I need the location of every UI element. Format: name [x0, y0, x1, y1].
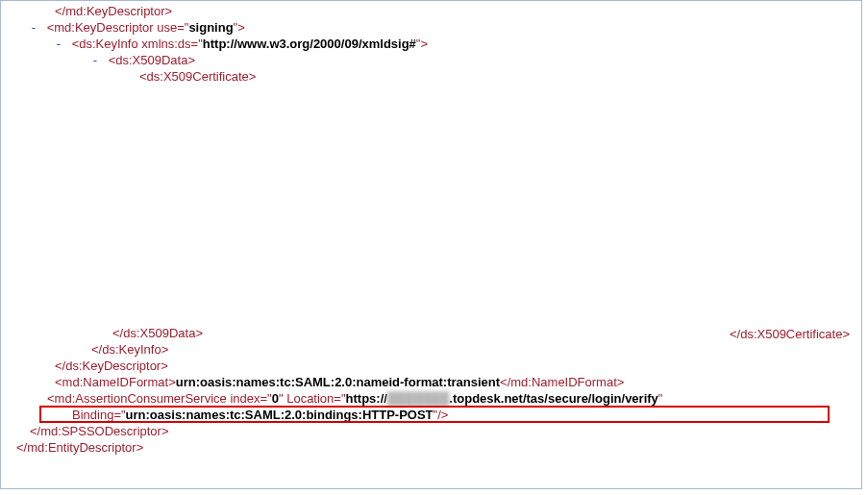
close-keydescriptor2: </ds:KeyDescriptor> [1, 358, 861, 374]
open-keydescriptor: - <md:KeyDescriptor use="signing"> [1, 19, 861, 36]
open-keyinfo: - <ds:KeyInfo xmlns:ds="http://www.w3.or… [1, 36, 861, 52]
xml-viewer: </md:KeyDescriptor> - <md:KeyDescriptor … [0, 0, 862, 489]
close-keyinfo: </ds:KeyInfo> [1, 341, 861, 358]
nameidformat: <md:NameIDFormat>urn:oasis:names:tc:SAML… [1, 374, 861, 390]
close-keydescriptor: </md:KeyDescriptor> [1, 3, 861, 19]
assertion-consumer-service-binding: Binding="urn:oasis:names:tc:SAML:2.0:bin… [1, 407, 861, 423]
open-x509data: - <ds:X509Data> [1, 52, 861, 68]
close-x509certificate: </ds:X509Certificate> [730, 326, 850, 342]
certificate-content-blank [1, 85, 861, 325]
collapse-icon[interactable]: - [55, 37, 70, 51]
collapse-icon[interactable]: - [91, 53, 107, 67]
close-spssodescriptor: </md:SPSSODescriptor> [1, 423, 861, 439]
collapse-icon[interactable]: - [30, 20, 45, 35]
close-entitydescriptor: </md:EntityDescriptor> [1, 439, 861, 456]
redacted-hostname: ███████ [387, 391, 449, 406]
open-x509certificate: <ds:X509Certificate> [1, 68, 861, 85]
assertion-consumer-service: <md:AssertionConsumerService index="0" L… [1, 390, 861, 407]
